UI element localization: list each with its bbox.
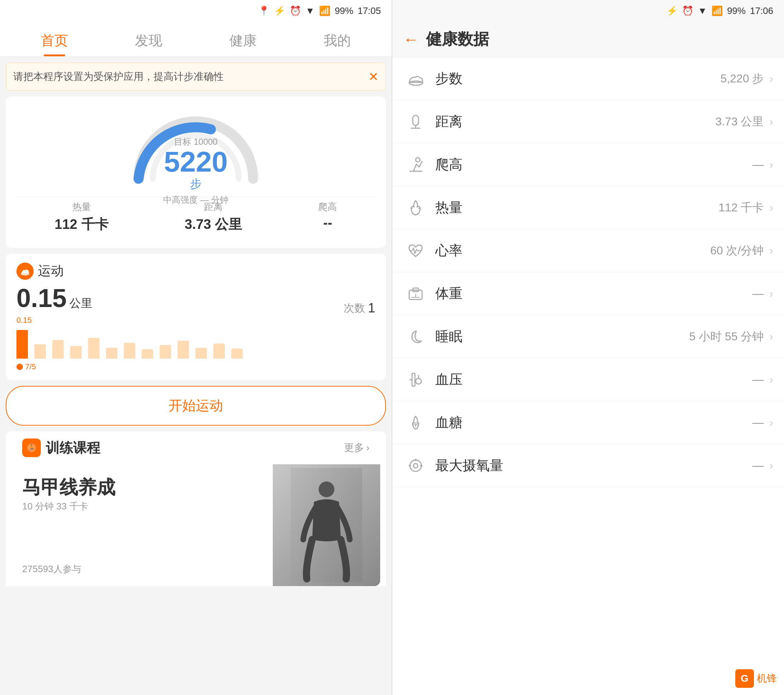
health-item-vo2[interactable]: 最大摄氧量 — › [392, 444, 784, 487]
watermark-text: 机锋 [757, 672, 777, 685]
participants-label: 人参与 [53, 563, 81, 574]
health-value-calorie: 112 千卡 [718, 200, 764, 216]
health-value-distance: 3.73 公里 [715, 114, 764, 130]
bar-1 [16, 330, 28, 358]
svg-point-9 [416, 158, 420, 162]
bar-10 [178, 341, 189, 358]
start-button[interactable]: 开始运动 [6, 386, 386, 426]
health-item-climb[interactable]: 爬高 — › [392, 143, 784, 186]
participants-count: 275593 [22, 563, 53, 574]
health-name-blood-sugar: 血糖 [435, 413, 752, 432]
right-alarm-icon: ⏰ [682, 5, 693, 17]
right-signal-icon: 📶 [712, 5, 723, 17]
health-name-steps: 步数 [435, 69, 720, 88]
training-icon: 🏃 [22, 439, 41, 457]
health-value-vo2: — [752, 459, 764, 472]
vo2-icon-wrap [403, 456, 428, 475]
course-card[interactable]: 马甲线养成 10 分钟 33 千卡 275593人参与 [12, 464, 380, 586]
health-name-sleep: 睡眠 [435, 327, 689, 346]
bp-icon [406, 370, 425, 389]
tab-discover[interactable]: 发现 [102, 21, 196, 56]
course-figure-svg [291, 468, 362, 583]
tab-health[interactable]: 健康 [196, 21, 290, 56]
weight-icon-wrap [403, 284, 428, 303]
wifi-icon: ▼ [305, 5, 315, 17]
health-item-heart[interactable]: 心率 60 次/分钟 › [392, 229, 784, 272]
heart-icon [406, 241, 425, 260]
health-item-steps[interactable]: 步数 5,220 步 › [392, 57, 784, 100]
bar-7 [124, 343, 135, 358]
vo2-icon [406, 456, 425, 475]
svg-point-21 [410, 460, 422, 471]
count-label: 次数 [344, 301, 365, 315]
blood-sugar-icon-wrap [403, 413, 428, 432]
health-value-blood-sugar: — [752, 416, 764, 429]
svg-point-25 [415, 459, 417, 461]
notification-close[interactable]: ✕ [368, 69, 379, 84]
bar-2 [35, 344, 46, 358]
health-item-distance[interactable]: 距离 3.73 公里 › [392, 100, 784, 143]
arrow-vo2: › [769, 459, 773, 472]
distance-icon [406, 112, 425, 131]
sleep-icon [406, 327, 425, 346]
notification-bar: 请把本程序设置为受保护应用，提高计步准确性 ✕ [6, 63, 386, 91]
bluetooth-icon: ⚡ [274, 5, 285, 17]
health-name-bp: 血压 [435, 370, 752, 389]
health-item-bp[interactable]: 血压 — › [392, 358, 784, 401]
more-text: 更多 [344, 441, 364, 455]
arrow-bp: › [769, 373, 773, 386]
time-left: 17:05 [357, 5, 381, 17]
health-item-weight[interactable]: 体重 — › [392, 272, 784, 315]
back-button[interactable]: ← [403, 30, 419, 48]
stat-climb: 爬高 -- [318, 201, 337, 234]
climb-icon [406, 155, 425, 174]
exercise-unit: 公里 [69, 295, 92, 311]
svg-text:🏃: 🏃 [28, 444, 35, 451]
bar-12 [213, 343, 225, 358]
stat-calorie: 热量 112 千卡 [55, 201, 109, 234]
gauge-unit: 步 [190, 177, 201, 190]
calorie-icon [406, 198, 425, 217]
more-link[interactable]: 更多 › [344, 441, 369, 455]
stat-climb-label: 爬高 [318, 201, 337, 213]
bars-container [16, 330, 243, 358]
chart-date: 7/5 [25, 362, 36, 371]
exercise-distance: 0.15 [16, 283, 67, 313]
svg-point-17 [416, 378, 422, 384]
arrow-blood-sugar: › [769, 416, 773, 429]
course-meta: 10 分钟 33 千卡 [22, 500, 262, 513]
arrow-weight: › [769, 287, 773, 300]
section-title-row: 🏃 训练课程 [22, 439, 100, 457]
right-time: 17:06 [750, 5, 773, 17]
exercise-main: 0.15 公里 [16, 283, 92, 313]
health-item-calorie[interactable]: 热量 112 千卡 › [392, 186, 784, 229]
health-value-bp: — [752, 373, 764, 386]
bar-9 [160, 345, 171, 358]
battery-text: 99% [335, 5, 353, 17]
count-value: 1 [368, 300, 375, 315]
health-item-sleep[interactable]: 睡眠 5 小时 55 分钟 › [392, 315, 784, 358]
right-bluetooth-icon: ⚡ [666, 5, 678, 17]
right-panel: ⚡ ⏰ ▼ 📶 99% 17:06 ← 健康数据 步数 5,220 步 › [392, 0, 784, 695]
bar-5 [88, 338, 99, 358]
blood-sugar-icon [406, 413, 425, 432]
chart-dot [16, 364, 23, 370]
chart-date-row: 7/5 [16, 362, 375, 371]
steps-card: 目标 10000 5220步 中高强度 — 分钟 热量 112 千卡 距离 3.… [6, 96, 386, 248]
stat-climb-value: -- [318, 215, 337, 231]
arrow-steps: › [769, 72, 773, 85]
health-value-climb: — [752, 158, 764, 171]
right-wifi-icon: ▼ [698, 5, 707, 17]
gauge-center: 目标 10000 5220步 中高强度 — 分钟 [160, 136, 232, 206]
exercise-header: 运动 [16, 262, 375, 280]
gauge-intensity: 中高强度 — 分钟 [160, 194, 232, 206]
health-item-blood-sugar[interactable]: 血糖 — › [392, 401, 784, 444]
health-name-calorie: 热量 [435, 198, 718, 217]
health-value-weight: — [752, 287, 764, 300]
shoe-icon [406, 69, 425, 88]
tab-home[interactable]: 首页 [7, 21, 102, 56]
health-name-vo2: 最大摄氧量 [435, 456, 752, 475]
health-list: 步数 5,220 步 › 距离 3.73 公里 › [392, 57, 784, 695]
tab-mine[interactable]: 我的 [290, 21, 385, 56]
watermark: G 机锋 [735, 669, 777, 688]
